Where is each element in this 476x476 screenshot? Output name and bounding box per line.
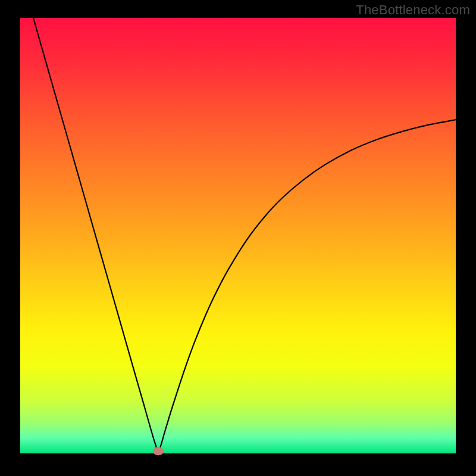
minimum-marker (153, 447, 164, 455)
plot-background (20, 18, 456, 453)
watermark-text: TheBottleneck.com (356, 2, 470, 18)
chart-frame: TheBottleneck.com (0, 0, 476, 476)
chart-svg (0, 0, 476, 476)
